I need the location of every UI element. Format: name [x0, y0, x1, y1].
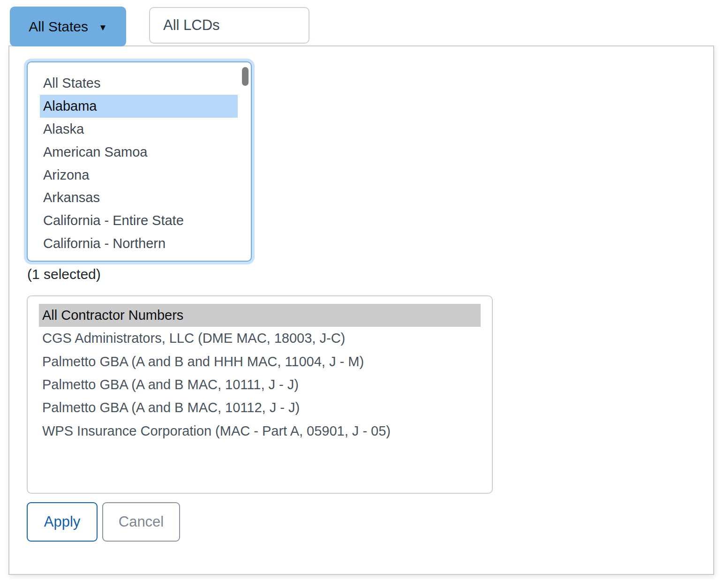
contractor-option[interactable]: Palmetto GBA (A and B MAC, 10111, J - J) — [39, 373, 481, 396]
apply-button[interactable]: Apply — [27, 502, 98, 542]
all-lcds-label: All LCDs — [163, 17, 220, 34]
state-listbox[interactable]: All StatesAlabamaAlaskaAmerican SamoaAri… — [27, 61, 252, 262]
contractor-options: All Contractor NumbersCGS Administrators… — [28, 296, 492, 443]
cancel-button[interactable]: Cancel — [102, 502, 180, 542]
state-option[interactable]: California - Northern — [40, 232, 238, 255]
contractor-listbox[interactable]: All Contractor NumbersCGS Administrators… — [27, 295, 493, 494]
states-dropdown-label: All States — [29, 19, 88, 35]
contractor-option[interactable]: Palmetto GBA (A and B MAC, 10112, J - J) — [39, 396, 481, 419]
state-option[interactable]: California - Entire State — [40, 209, 238, 232]
state-option[interactable]: California - Southern — [40, 255, 238, 262]
state-option[interactable]: American Samoa — [40, 141, 238, 164]
caret-down-icon: ▼ — [98, 21, 107, 32]
lcd-filter-widget: All States ▼ All LCDs All StatesAlabamaA… — [0, 0, 724, 588]
contractor-option[interactable]: WPS Insurance Corporation (MAC - Part A,… — [39, 419, 481, 442]
selected-count-text: (1 selected) — [27, 266, 101, 282]
state-option[interactable]: Arizona — [40, 164, 238, 187]
scrollbar-thumb[interactable] — [242, 67, 249, 86]
contractor-option[interactable]: CGS Administrators, LLC (DME MAC, 18003,… — [39, 327, 481, 350]
state-option[interactable]: All States — [40, 72, 238, 95]
state-option[interactable]: Arkansas — [40, 186, 238, 209]
state-option[interactable]: Alaska — [40, 118, 238, 141]
all-lcds-box[interactable]: All LCDs — [149, 7, 309, 44]
state-option[interactable]: Alabama — [40, 95, 238, 118]
states-dropdown-button[interactable]: All States ▼ — [10, 7, 126, 46]
contractor-option[interactable]: Palmetto GBA (A and B and HHH MAC, 11004… — [39, 350, 481, 373]
contractor-option[interactable]: All Contractor Numbers — [39, 304, 481, 327]
state-options: All StatesAlabamaAlaskaAmerican SamoaAri… — [28, 62, 251, 262]
